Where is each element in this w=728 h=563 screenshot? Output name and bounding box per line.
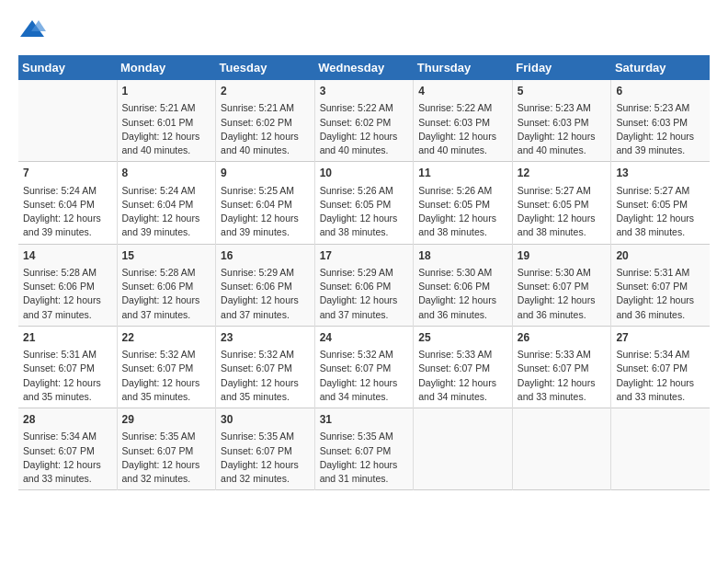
calendar-week-row: 14Sunrise: 5:28 AMSunset: 6:06 PMDayligh… — [18, 244, 710, 326]
day-info-line: Daylight: 12 hours — [221, 377, 299, 388]
day-number: 29 — [122, 412, 211, 428]
day-info-line: Sunset: 6:02 PM — [320, 117, 392, 128]
day-info-line: Daylight: 12 hours — [418, 377, 496, 388]
calendar-cell: 30Sunrise: 5:35 AMSunset: 6:07 PMDayligh… — [216, 408, 315, 490]
day-info-line: and 38 minutes. — [320, 226, 389, 237]
day-number: 21 — [23, 330, 112, 346]
day-info-line: Sunrise: 5:33 AM — [518, 349, 591, 360]
calendar-cell: 25Sunrise: 5:33 AMSunset: 6:07 PMDayligh… — [414, 326, 513, 408]
day-info-line: Sunset: 6:02 PM — [221, 117, 292, 128]
calendar-week-row: 28Sunrise: 5:34 AMSunset: 6:07 PMDayligh… — [18, 408, 710, 490]
day-info-line: Sunrise: 5:35 AM — [320, 431, 393, 442]
day-info-line: Sunrise: 5:32 AM — [122, 349, 196, 360]
day-info-line: and 32 minutes. — [221, 473, 290, 484]
day-info-line: and 37 minutes. — [320, 309, 389, 320]
calendar-cell: 12Sunrise: 5:27 AMSunset: 6:05 PMDayligh… — [512, 162, 611, 244]
day-info-line: Sunset: 6:07 PM — [122, 445, 194, 456]
day-info-line: Daylight: 12 hours — [320, 377, 398, 388]
day-info-line: Daylight: 12 hours — [616, 131, 694, 142]
day-info-line: Daylight: 12 hours — [518, 377, 596, 388]
day-info-line: and 38 minutes. — [418, 226, 487, 237]
calendar-cell: 29Sunrise: 5:35 AMSunset: 6:07 PMDayligh… — [117, 408, 216, 490]
day-info-line: Sunset: 6:04 PM — [221, 199, 292, 210]
calendar-cell: 24Sunrise: 5:32 AMSunset: 6:07 PMDayligh… — [314, 326, 414, 408]
day-info-line: Sunset: 6:05 PM — [418, 199, 490, 210]
day-info-line: Sunset: 6:05 PM — [320, 199, 392, 210]
day-number: 10 — [320, 166, 409, 181]
day-info-line: Sunrise: 5:27 AM — [616, 185, 689, 196]
day-info-line: and 31 minutes. — [320, 473, 389, 484]
calendar-cell: 21Sunrise: 5:31 AMSunset: 6:07 PMDayligh… — [18, 326, 117, 408]
day-info-line: Sunset: 6:07 PM — [122, 362, 194, 373]
day-info-line: Sunrise: 5:26 AM — [418, 185, 492, 196]
logo-icon — [18, 18, 46, 40]
day-info-line: Sunrise: 5:30 AM — [518, 267, 591, 278]
calendar-cell: 16Sunrise: 5:29 AMSunset: 6:06 PMDayligh… — [216, 244, 315, 326]
calendar-cell: 31Sunrise: 5:35 AMSunset: 6:07 PMDayligh… — [314, 408, 414, 490]
day-info-line: Sunrise: 5:28 AM — [23, 267, 97, 278]
logo — [18, 18, 50, 40]
day-info-line: and 35 minutes. — [221, 391, 290, 402]
calendar-cell: 13Sunrise: 5:27 AMSunset: 6:05 PMDayligh… — [611, 162, 710, 244]
day-info-line: Daylight: 12 hours — [418, 131, 496, 142]
day-info-line: Sunrise: 5:26 AM — [320, 185, 393, 196]
calendar-cell: 23Sunrise: 5:32 AMSunset: 6:07 PMDayligh… — [216, 326, 315, 408]
day-info-line: Sunset: 6:06 PM — [418, 281, 490, 292]
day-info-line: and 33 minutes. — [23, 473, 92, 484]
day-info-line: and 32 minutes. — [122, 473, 191, 484]
weekday-header: Monday — [117, 55, 216, 80]
day-info-line: Sunrise: 5:29 AM — [320, 267, 393, 278]
day-number: 30 — [221, 412, 310, 428]
calendar-week-row: 21Sunrise: 5:31 AMSunset: 6:07 PMDayligh… — [18, 326, 710, 408]
day-number: 23 — [221, 330, 310, 346]
day-info-line: Sunrise: 5:32 AM — [320, 349, 393, 360]
day-info-line: and 34 minutes. — [320, 391, 389, 402]
calendar-cell: 15Sunrise: 5:28 AMSunset: 6:06 PMDayligh… — [117, 244, 216, 326]
weekday-header: Tuesday — [216, 55, 315, 80]
day-info-line: Sunset: 6:07 PM — [320, 362, 392, 373]
day-info-line: Daylight: 12 hours — [122, 131, 200, 142]
calendar-cell: 6Sunrise: 5:23 AMSunset: 6:03 PMDaylight… — [611, 80, 710, 162]
day-info-line: and 40 minutes. — [122, 144, 191, 155]
day-number: 12 — [518, 166, 607, 181]
day-info-line: Daylight: 12 hours — [320, 294, 398, 305]
calendar-cell — [512, 408, 611, 490]
day-info-line: Daylight: 12 hours — [518, 213, 596, 224]
weekday-header: Friday — [512, 55, 611, 80]
day-number: 13 — [616, 166, 705, 181]
day-info-line: Sunset: 6:03 PM — [518, 117, 589, 128]
day-number: 7 — [23, 166, 112, 181]
day-info-line: Daylight: 12 hours — [122, 294, 200, 305]
day-info-line: and 38 minutes. — [616, 226, 685, 237]
day-info-line: Sunrise: 5:29 AM — [221, 267, 294, 278]
day-info-line: Sunset: 6:05 PM — [518, 199, 589, 210]
day-info-line: Sunrise: 5:24 AM — [122, 185, 196, 196]
day-info-line: and 37 minutes. — [23, 309, 92, 320]
calendar-cell: 10Sunrise: 5:26 AMSunset: 6:05 PMDayligh… — [314, 162, 414, 244]
calendar-cell: 22Sunrise: 5:32 AMSunset: 6:07 PMDayligh… — [117, 326, 216, 408]
calendar-cell — [414, 408, 513, 490]
day-number: 6 — [616, 84, 705, 99]
day-number: 2 — [221, 84, 310, 99]
day-info-line: Sunset: 6:06 PM — [221, 281, 292, 292]
day-info-line: Daylight: 12 hours — [221, 294, 299, 305]
day-info-line: Sunrise: 5:34 AM — [23, 431, 97, 442]
day-info-line: Daylight: 12 hours — [616, 294, 694, 305]
calendar-cell: 8Sunrise: 5:24 AMSunset: 6:04 PMDaylight… — [117, 162, 216, 244]
day-info-line: and 33 minutes. — [616, 391, 685, 402]
calendar-cell: 18Sunrise: 5:30 AMSunset: 6:06 PMDayligh… — [414, 244, 513, 326]
day-info-line: Sunrise: 5:23 AM — [616, 102, 689, 113]
day-info-line: Sunrise: 5:35 AM — [122, 431, 196, 442]
day-info-line: Daylight: 12 hours — [23, 459, 101, 470]
calendar-cell — [18, 80, 117, 162]
calendar-cell: 14Sunrise: 5:28 AMSunset: 6:06 PMDayligh… — [18, 244, 117, 326]
day-number: 26 — [518, 330, 607, 346]
day-info-line: Sunrise: 5:33 AM — [418, 349, 492, 360]
day-info-line: and 40 minutes. — [518, 144, 586, 155]
calendar-week-row: 1Sunrise: 5:21 AMSunset: 6:01 PMDaylight… — [18, 80, 710, 162]
day-info-line: Sunrise: 5:25 AM — [221, 185, 294, 196]
day-info-line: and 37 minutes. — [122, 309, 191, 320]
calendar-cell: 20Sunrise: 5:31 AMSunset: 6:07 PMDayligh… — [611, 244, 710, 326]
day-info-line: Sunset: 6:07 PM — [221, 445, 292, 456]
day-info-line: Sunset: 6:01 PM — [122, 117, 194, 128]
